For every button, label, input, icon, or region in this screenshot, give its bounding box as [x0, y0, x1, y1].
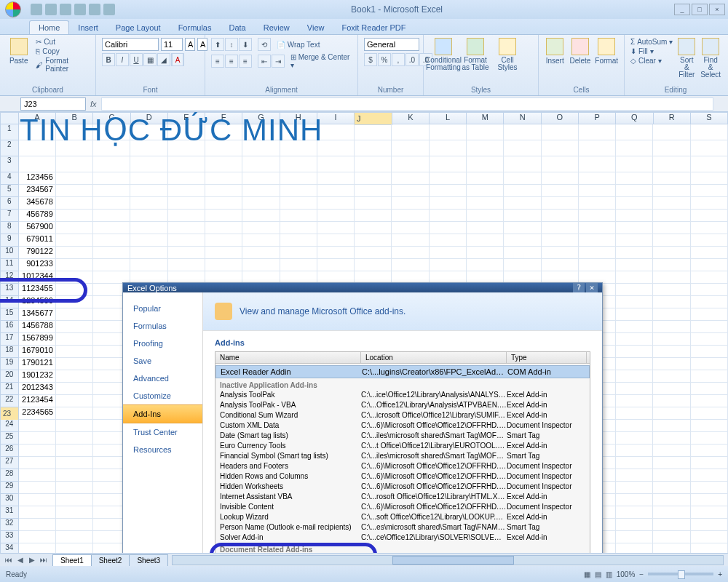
cell[interactable]: 2234565 — [19, 407, 56, 420]
row-header-26[interactable]: 26 — [0, 445, 19, 457]
cell[interactable] — [242, 247, 280, 259]
row-header-31[interactable]: 31 — [0, 506, 19, 519]
cell[interactable] — [355, 259, 392, 271]
cell[interactable] — [392, 234, 429, 247]
col-location[interactable]: Location — [361, 352, 507, 363]
merge-center-button[interactable]: ⊞ Merge & Center ▾ — [290, 53, 352, 69]
cell[interactable] — [392, 197, 429, 210]
cell[interactable] — [19, 420, 56, 432]
cell[interactable] — [616, 445, 653, 457]
row-header-20[interactable]: 20 — [0, 370, 19, 383]
cell[interactable] — [205, 210, 242, 222]
cell[interactable] — [355, 156, 392, 172]
cell[interactable] — [653, 506, 690, 519]
select-all-corner[interactable] — [0, 112, 19, 124]
cell[interactable]: 679011 — [19, 234, 56, 247]
cell[interactable] — [168, 156, 205, 172]
zoom-level[interactable]: 100% — [617, 570, 636, 578]
cell[interactable] — [504, 234, 541, 247]
cell[interactable] — [691, 296, 728, 308]
cell[interactable] — [56, 140, 93, 156]
row-header-4[interactable]: 4 — [0, 172, 19, 185]
tab-nav-prev[interactable]: ◀ — [15, 556, 26, 564]
cell[interactable] — [56, 124, 93, 140]
col-header-F[interactable]: F — [205, 112, 242, 124]
cell[interactable] — [542, 185, 579, 197]
cell[interactable] — [691, 482, 728, 494]
sheet-tab-1[interactable]: Sheet1 — [52, 554, 92, 566]
cell[interactable] — [616, 494, 653, 506]
cell[interactable] — [616, 383, 653, 395]
cell[interactable] — [56, 519, 93, 531]
cell[interactable] — [56, 296, 93, 308]
cell[interactable] — [205, 234, 242, 247]
cell[interactable] — [430, 124, 467, 140]
dialog-nav-trust-center[interactable]: Trust Center — [123, 423, 202, 441]
cell[interactable]: 1567899 — [19, 333, 56, 346]
cell[interactable] — [616, 420, 653, 432]
row-header-32[interactable]: 32 — [0, 519, 19, 531]
formula-input[interactable] — [101, 97, 713, 111]
qat-redo-icon[interactable] — [60, 4, 71, 15]
cell[interactable] — [56, 370, 93, 383]
row-header-29[interactable]: 29 — [0, 482, 19, 494]
cell[interactable] — [317, 259, 355, 271]
cell[interactable] — [430, 259, 467, 271]
row-header-28[interactable]: 28 — [0, 469, 19, 482]
sheet-tab-3[interactable]: Sheet3 — [129, 554, 168, 566]
addin-row[interactable]: Analysis ToolPak - VBAC:\...Office12\Lib… — [215, 400, 590, 410]
row-header-33[interactable]: 33 — [0, 531, 19, 543]
cell[interactable] — [504, 197, 541, 210]
cell[interactable] — [616, 124, 653, 140]
cell[interactable] — [242, 172, 280, 185]
cell[interactable] — [205, 197, 242, 210]
row-header-15[interactable]: 15 — [0, 308, 19, 321]
cell[interactable] — [579, 172, 616, 185]
cell[interactable] — [467, 140, 504, 156]
cell[interactable] — [653, 543, 690, 553]
cell[interactable] — [691, 519, 728, 531]
addin-row[interactable]: Lookup WizardC:\...soft Office\Office12\… — [215, 512, 590, 522]
wrap-text-button[interactable]: 📄 Wrap Text — [277, 41, 320, 49]
cell[interactable] — [355, 185, 392, 197]
cell[interactable] — [280, 172, 317, 185]
cell[interactable] — [653, 197, 690, 210]
cell[interactable] — [653, 172, 690, 185]
cell[interactable] — [579, 197, 616, 210]
cell[interactable] — [242, 210, 280, 222]
cell[interactable] — [504, 156, 541, 172]
addin-row[interactable]: Date (Smart tag lists)C:\...iles\microso… — [215, 431, 590, 441]
cell[interactable] — [19, 519, 56, 531]
cell[interactable] — [467, 185, 504, 197]
align-right-button[interactable]: ≡ — [239, 55, 252, 68]
row-header-5[interactable]: 5 — [0, 185, 19, 197]
cell[interactable] — [653, 358, 690, 370]
cell[interactable] — [56, 506, 93, 519]
increase-decimal-button[interactable]: .0 — [405, 53, 419, 66]
col-header-R[interactable]: R — [654, 112, 691, 124]
cell[interactable] — [616, 296, 653, 308]
cell[interactable] — [168, 185, 205, 197]
tab-page-layout[interactable]: Page Layout — [107, 21, 170, 34]
worksheet[interactable]: ABCDEFGHIJKLMNOPQRS 12341234565234567634… — [0, 112, 728, 553]
view-break-icon[interactable]: ▥ — [606, 570, 612, 578]
col-header-Q[interactable]: Q — [616, 112, 653, 124]
cell[interactable] — [19, 482, 56, 494]
cell[interactable] — [467, 156, 504, 172]
cell[interactable]: 1345677 — [19, 308, 56, 321]
cell[interactable] — [19, 457, 56, 469]
orientation-button[interactable]: ⟲ — [258, 38, 271, 51]
autosum-button[interactable]: Σ AutoSum ▾ — [630, 38, 673, 46]
cell[interactable]: 567900 — [19, 222, 56, 234]
cell[interactable] — [280, 259, 317, 271]
cell[interactable] — [355, 172, 392, 185]
cell[interactable] — [616, 308, 653, 321]
name-box[interactable]: J23 — [20, 97, 86, 111]
dialog-nav-customize[interactable]: Customize — [123, 387, 202, 404]
cell[interactable] — [616, 358, 653, 370]
cell[interactable] — [616, 222, 653, 234]
align-top-button[interactable]: ⬆ — [211, 38, 224, 51]
cell[interactable] — [653, 156, 690, 172]
cell[interactable] — [691, 156, 728, 172]
cell[interactable]: 1456788 — [19, 321, 56, 333]
